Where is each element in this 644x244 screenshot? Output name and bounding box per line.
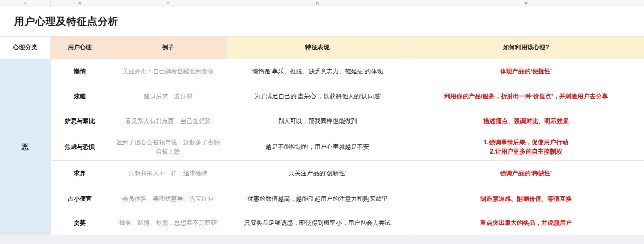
cell-psychology[interactable]: 炫耀 <box>51 84 109 109</box>
cell-example[interactable]: 只想和别人不一样，追求独特 <box>109 161 227 187</box>
category-cell[interactable]: 恶 <box>0 59 51 235</box>
cell-usage[interactable]: 描述痛点、强调对比、明示效果 <box>408 109 644 134</box>
cell-trait[interactable]: 越是不能控制的，用户心里就越是不安 <box>227 134 408 161</box>
cell-example[interactable]: 健身后秀一波身材 <box>109 84 227 109</box>
analysis-table: 心理分类 用户心理 例子 特征表现 如何利用该心理? 恶 懒惰 美团外卖：自己躺… <box>0 36 644 235</box>
cell-example[interactable]: 会员体验、美图优惠券、淘宝红包 <box>109 187 227 211</box>
header-usage[interactable]: 如何利用该心理? <box>408 37 644 59</box>
sheet-background <box>0 235 644 244</box>
cell-psychology[interactable]: 懒惰 <box>51 59 109 84</box>
column-header-d[interactable]: D <box>227 0 408 7</box>
sheet-title[interactable]: 用户心理及特征点分析 <box>14 15 118 28</box>
cell-trait[interactable]: 只要奖品足够诱惑，即使得到概率小，用户也会去尝试 <box>227 211 408 235</box>
header-trait[interactable]: 特征表现 <box>227 37 408 59</box>
cell-trait[interactable]: 为了满足自己的‘虚荣心’，以获得他人的‘认同感’ <box>227 84 408 109</box>
cell-usage[interactable]: 1.强调事情后果，促使用户行动 2.让用户更多的自主控制权 <box>408 134 644 161</box>
column-header-a[interactable]: A <box>0 0 51 7</box>
cell-example[interactable]: 看见别人有好东西，自己也想要 <box>109 109 227 134</box>
title-row: 用户心理及特征点分析 <box>0 7 644 36</box>
cell-trait[interactable]: 别人可以，那我同样也能做到 <box>227 109 408 134</box>
header-psychology[interactable]: 用户心理 <box>51 37 109 59</box>
cell-psychology[interactable]: 贪婪 <box>51 211 109 235</box>
column-header-c[interactable]: C <box>109 0 227 7</box>
cell-usage[interactable]: 强调产品的‘稀缺性’ <box>408 161 644 187</box>
column-header-b[interactable]: B <box>51 0 109 7</box>
cell-trait[interactable]: 懒惰是‘享乐、推脱、缺乏意志力、拖延症’的体现 <box>227 59 408 84</box>
header-example[interactable]: 例子 <box>109 37 227 59</box>
header-category[interactable]: 心理分类 <box>0 37 51 59</box>
cell-usage[interactable]: 体现产品的‘便捷性’ <box>408 59 644 84</box>
cell-usage[interactable]: 制造紧迫感、附赠价值、等值互换 <box>408 187 644 211</box>
cell-example[interactable]: 抽奖、赌博、炒股，总想着不劳而获 <box>109 211 227 235</box>
cell-psychology[interactable]: 占小便宜 <box>51 187 109 211</box>
cell-psychology[interactable]: 妒忌与攀比 <box>51 109 109 134</box>
column-header-e[interactable]: E <box>408 0 644 7</box>
column-letter-bar: A B C D E <box>0 0 644 7</box>
cell-psychology[interactable]: 焦虑与恐惧 <box>51 134 109 161</box>
cell-example[interactable]: 美团外卖：自己躺着也能收到食物 <box>109 59 227 84</box>
cell-usage[interactable]: 重点突出最大的奖品，并说服用户 <box>408 211 644 235</box>
cell-example[interactable]: 迟到了担心会被领导说，次数多了害怕会被开除 <box>109 134 227 161</box>
cell-usage[interactable]: 利用你的产品/服务，折射出一种‘价值点’，并刺激用户去分享 <box>408 84 644 109</box>
cell-trait[interactable]: 只关注产品的‘创新性’ <box>227 161 408 187</box>
cell-trait[interactable]: 优惠的数值越高，越能引起用户的注意力和购买欲望 <box>227 187 408 211</box>
cell-psychology[interactable]: 求异 <box>51 161 109 187</box>
